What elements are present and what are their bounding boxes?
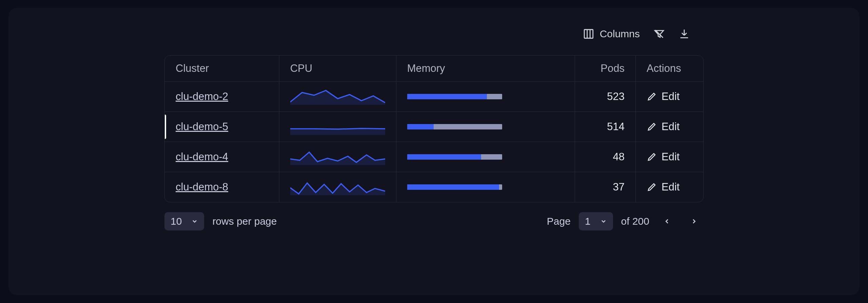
table-header-row: Cluster CPU Memory Pods Actions xyxy=(165,56,703,82)
table-toolbar: Columns xyxy=(583,28,690,40)
edit-button[interactable]: Edit xyxy=(647,90,692,103)
pencil-icon xyxy=(647,182,657,192)
edit-button[interactable]: Edit xyxy=(647,121,692,133)
cpu-sparkline xyxy=(279,172,396,202)
memory-bar xyxy=(396,142,575,172)
edit-button[interactable]: Edit xyxy=(647,181,692,193)
col-header-actions: Actions xyxy=(636,56,704,82)
data-table: Cluster CPU Memory Pods Actions clu-demo… xyxy=(164,55,704,202)
edit-label: Edit xyxy=(662,151,679,163)
filter-off-icon xyxy=(653,28,665,40)
columns-label: Columns xyxy=(600,28,640,40)
page-select[interactable]: 1 xyxy=(579,212,613,230)
page-label: Page xyxy=(547,216,571,227)
rows-per-page-value: 10 xyxy=(171,216,182,227)
table-row: clu-demo-2523Edit xyxy=(165,82,703,112)
download-button[interactable] xyxy=(678,28,690,40)
pods-value: 37 xyxy=(575,172,635,202)
cluster-link[interactable]: clu-demo-5 xyxy=(176,121,228,133)
rows-per-page-label: rows per page xyxy=(212,216,277,227)
pencil-icon xyxy=(647,152,657,162)
chevron-down-icon xyxy=(600,218,607,225)
col-header-pods[interactable]: Pods xyxy=(575,56,635,82)
pagination-bar: 10 rows per page Page 1 of 200 xyxy=(164,212,704,231)
columns-icon xyxy=(583,28,594,40)
edit-button[interactable]: Edit xyxy=(647,151,692,163)
download-icon xyxy=(678,28,690,40)
cpu-sparkline xyxy=(279,142,396,172)
cpu-sparkline xyxy=(279,112,396,142)
pods-value: 48 xyxy=(575,142,635,172)
pencil-icon xyxy=(647,122,657,132)
next-page-button[interactable] xyxy=(685,212,704,231)
cluster-link[interactable]: clu-demo-4 xyxy=(176,151,228,163)
pods-value: 514 xyxy=(575,112,635,142)
card-container: Columns Cluster CPU Memory Pods Actions xyxy=(8,8,860,295)
col-header-cluster[interactable]: Cluster xyxy=(165,56,279,82)
memory-bar xyxy=(396,172,575,202)
cluster-link[interactable]: clu-demo-8 xyxy=(176,181,228,193)
chevron-right-icon xyxy=(690,218,698,225)
edit-label: Edit xyxy=(662,121,679,133)
page-of-label: of 200 xyxy=(621,216,649,227)
memory-bar xyxy=(396,82,575,112)
table-row: clu-demo-837Edit xyxy=(165,172,703,202)
svg-rect-0 xyxy=(584,29,593,38)
pencil-icon xyxy=(647,92,657,102)
chevron-left-icon xyxy=(663,218,671,225)
pods-value: 523 xyxy=(575,82,635,112)
edit-label: Edit xyxy=(662,90,679,103)
columns-button[interactable]: Columns xyxy=(583,28,640,40)
memory-bar xyxy=(396,112,575,142)
rows-per-page-select[interactable]: 10 xyxy=(164,212,204,230)
filter-button[interactable] xyxy=(653,28,665,40)
col-header-memory[interactable]: Memory xyxy=(396,56,575,82)
page-value: 1 xyxy=(585,216,591,227)
table-row: clu-demo-5514Edit xyxy=(165,112,703,142)
edit-label: Edit xyxy=(662,181,679,193)
chevron-down-icon xyxy=(191,218,198,225)
prev-page-button[interactable] xyxy=(657,212,676,231)
cpu-sparkline xyxy=(279,82,396,112)
cluster-link[interactable]: clu-demo-2 xyxy=(176,90,228,102)
col-header-cpu[interactable]: CPU xyxy=(279,56,396,82)
table-row: clu-demo-448Edit xyxy=(165,142,703,172)
